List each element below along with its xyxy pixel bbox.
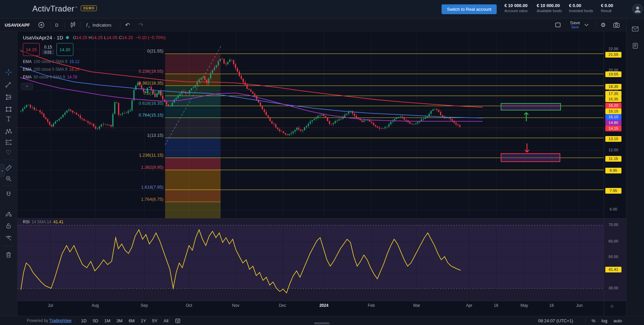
save-sub-label[interactable]: Save [571,25,579,29]
scale-mode-log[interactable]: log [599,318,610,324]
fib-level-label[interactable]: 0.382(18.35) [113,80,163,86]
fib-level-label[interactable]: 1.236(11.15) [113,153,163,158]
time-label: May [514,303,534,308]
account-stat: € 10 000.00Account value [504,3,535,13]
fib-level-label[interactable]: 1.764(6.75) [113,197,163,202]
h-scrollbar-handle[interactable] [314,322,330,324]
emoji-heart-icon[interactable]: ♡ [3,147,14,157]
crosshair-icon[interactable] [3,67,14,77]
settings-gear-icon[interactable]: ⚙ [601,21,606,28]
sidebar-divider [3,246,14,246]
pane-divider[interactable] [17,218,626,219]
stat-label: Available funds [537,9,568,13]
trend-line-icon[interactable] [3,79,14,89]
tradingview-link[interactable]: TradingView [49,318,72,323]
activtrader-app: ActivTrader™ DEMO Switch to Real account… [0,0,644,325]
price-badge-fib: 9.95 [605,168,621,173]
chart-style-icon[interactable] [69,21,77,29]
time-label: 16 [541,303,562,308]
price-chart-canvas[interactable] [17,31,604,301]
interval-button[interactable]: D [55,22,58,27]
hide-drawings-icon[interactable] [3,232,14,242]
fib-level-label[interactable]: 0(21.55) [113,48,163,54]
ohlc-label: O [73,35,76,40]
supply-zone[interactable] [501,103,561,110]
rsi-legend: RSI 14 SMA 14 41.41 [23,220,64,224]
range-1d[interactable]: 1D [78,318,90,324]
time-label: Aug [85,303,105,308]
rsi-params: 14 SMA 14 [32,220,51,224]
fib-level-label[interactable]: 0.236(19.55) [113,69,163,74]
toolbar-divider [81,21,81,29]
fib-level-label[interactable]: 0.5(17.35) [113,91,163,96]
switch-to-real-account-button[interactable]: Switch to Real account [442,4,497,14]
clock[interactable]: 08:24:07 (UTC+1) [538,318,573,323]
account-stat: € 0.00Invested funds [569,3,600,13]
arrow-down-icon[interactable] [523,142,531,155]
camera-snapshot-icon[interactable] [613,21,620,29]
time-label: Oct [179,303,199,308]
time-label: Sep [134,303,154,308]
time-label: Apr [459,303,479,308]
fib-level-label[interactable]: 1.382(9.95) [113,165,163,170]
scale-mode-auto[interactable]: auto [611,318,624,324]
magnet-icon[interactable] [3,189,14,199]
price-tick: 70.00 [605,223,621,227]
scale-mode-percent[interactable]: % [589,318,598,324]
shapes-icon[interactable] [3,104,14,114]
range-5d[interactable]: 5D [90,318,102,324]
compare-add-icon[interactable] [38,21,45,29]
fib-level-label[interactable]: 1.618(7.95) [113,185,163,190]
indicators-button[interactable]: ƒx Indicators [86,22,111,28]
layout-select-icon[interactable] [554,21,562,29]
sidebar-expand-handle[interactable]: › [0,164,5,177]
ema-legend-row[interactable]: EMA200 close 0 SMA 916.20 [23,67,79,72]
stat-value: € 0.00 [601,3,632,8]
symbol-button[interactable]: USAVIXAPF [5,22,30,27]
fib-level-label[interactable]: 0.618(16.35) [113,101,163,106]
buy-button[interactable]: 14.30 [56,43,73,56]
ema-legend-row[interactable]: EMA100 close 0 SMA 915.12 [23,59,79,64]
toolbar-divider [50,21,51,29]
spread-column: 0.15 0.01 [40,45,56,55]
range-1m[interactable]: 1M [101,318,113,324]
forecast-icon[interactable] [3,137,14,147]
timezone-sun-icon[interactable]: ☼ [609,303,614,309]
text-tool-icon[interactable] [3,113,14,124]
stat-label: Result [601,9,632,13]
price-badge-fib: 16.35 [605,96,621,102]
range-6m[interactable]: 6M [125,318,138,324]
mail-icon[interactable] [631,25,639,34]
trash-icon[interactable] [3,250,14,260]
price-badge-rsi: 41.41 [605,267,621,272]
symbol-title[interactable]: UsaVixApr24 · 1D [23,35,63,40]
goto-date-icon[interactable] [175,318,181,325]
price-badge-fib: 17.35 [605,91,621,97]
time-axis-border [17,301,626,301]
avatar[interactable] [632,4,643,14]
sell-button[interactable]: 14.15 [23,43,40,56]
legend-collapse-button[interactable] [21,83,33,90]
fib-retracement-icon[interactable] [3,92,14,102]
chart-legend: UsaVixApr24 · 1D O14.25H14.25L14.05C14.1… [23,35,166,40]
fib-level-label[interactable]: 0.764(15.15) [113,112,163,118]
news-icon[interactable] [631,42,639,51]
ema-legend-row[interactable]: EMA50 close 0 SMA 914.78 [23,74,77,80]
fib-level-label[interactable]: 1(13.15) [113,133,163,138]
range-all[interactable]: All [160,318,171,324]
drawing-mode-icon[interactable] [3,208,14,219]
xabcd-pattern-icon[interactable] [3,126,14,136]
undo-icon[interactable]: ↶ [125,21,130,28]
range-3m[interactable]: 3M [113,318,125,324]
range-5y[interactable]: 5Y [149,318,160,324]
rsi-name: RSI [23,220,30,224]
save-button[interactable]: Save Save [570,21,590,29]
range-1y[interactable]: 1Y [138,318,149,324]
lock-drawings-icon[interactable] [3,221,14,231]
redo-icon[interactable]: ↷ [139,21,143,28]
ema-name: EMA [23,75,32,79]
trademark: ™ [75,6,77,9]
price-tick: 6.00 [605,207,621,211]
arrow-up-icon[interactable] [522,111,530,124]
spread-high: 0.15 [44,45,52,50]
